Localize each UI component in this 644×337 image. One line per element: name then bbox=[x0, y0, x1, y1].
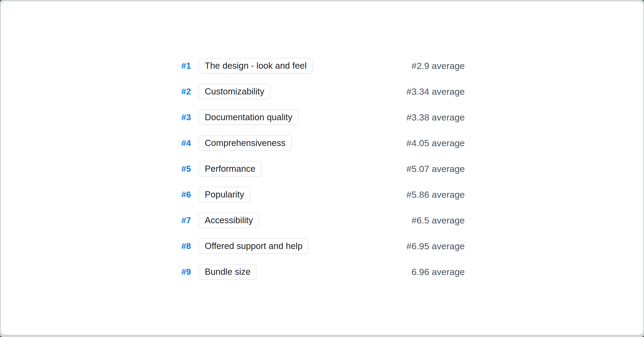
option-label-chip: Documentation quality bbox=[199, 109, 299, 125]
ranking-row: #8 Offered support and help #6.95 averag… bbox=[179, 238, 465, 254]
ranking-row: #1 The design - look and feel #2.9 avera… bbox=[179, 58, 465, 74]
average-score: #4.05 average bbox=[407, 138, 465, 148]
rank-number: #9 bbox=[179, 267, 191, 277]
ranking-results-list: #1 The design - look and feel #2.9 avera… bbox=[179, 1, 465, 280]
ranking-row: #4 Comprehensiveness #4.05 average bbox=[179, 135, 465, 151]
rank-number: #2 bbox=[179, 87, 191, 97]
rank-number: #4 bbox=[179, 138, 191, 148]
rank-number: #7 bbox=[179, 215, 191, 225]
average-score: #2.9 average bbox=[412, 61, 465, 71]
average-score: #5.07 average bbox=[407, 164, 465, 174]
option-label-chip: Accessibility bbox=[199, 213, 259, 228]
ranking-row: #5 Performance #5.07 average bbox=[179, 161, 465, 177]
average-score: 6.96 average bbox=[412, 267, 465, 277]
average-score: #5.86 average bbox=[407, 189, 465, 200]
average-score: #3.34 average bbox=[407, 86, 465, 97]
option-label-chip: Bundle size bbox=[199, 264, 257, 280]
option-label-chip: Popularity bbox=[199, 187, 250, 202]
option-label-chip: The design - look and feel bbox=[199, 58, 313, 74]
rank-number: #8 bbox=[179, 241, 191, 251]
results-card: #1 The design - look and feel #2.9 avera… bbox=[1, 1, 643, 335]
option-label-chip: Performance bbox=[199, 161, 262, 177]
rank-number: #5 bbox=[179, 164, 191, 174]
ranking-row: #3 Documentation quality #3.38 average bbox=[179, 109, 465, 125]
average-score: #6.95 average bbox=[407, 241, 465, 251]
average-score: #6.5 average bbox=[412, 215, 465, 226]
option-label-chip: Offered support and help bbox=[199, 238, 309, 254]
average-score: #3.38 average bbox=[407, 112, 465, 123]
rank-number: #3 bbox=[179, 112, 191, 122]
ranking-row: #6 Popularity #5.86 average bbox=[179, 187, 465, 202]
rank-number: #6 bbox=[179, 190, 191, 200]
ranking-row: #7 Accessibility #6.5 average bbox=[179, 213, 465, 228]
option-label-chip: Customizability bbox=[199, 84, 270, 99]
option-label-chip: Comprehensiveness bbox=[199, 135, 292, 151]
rank-number: #1 bbox=[179, 61, 191, 71]
ranking-row: #9 Bundle size 6.96 average bbox=[179, 264, 465, 280]
ranking-row: #2 Customizability #3.34 average bbox=[179, 84, 465, 99]
